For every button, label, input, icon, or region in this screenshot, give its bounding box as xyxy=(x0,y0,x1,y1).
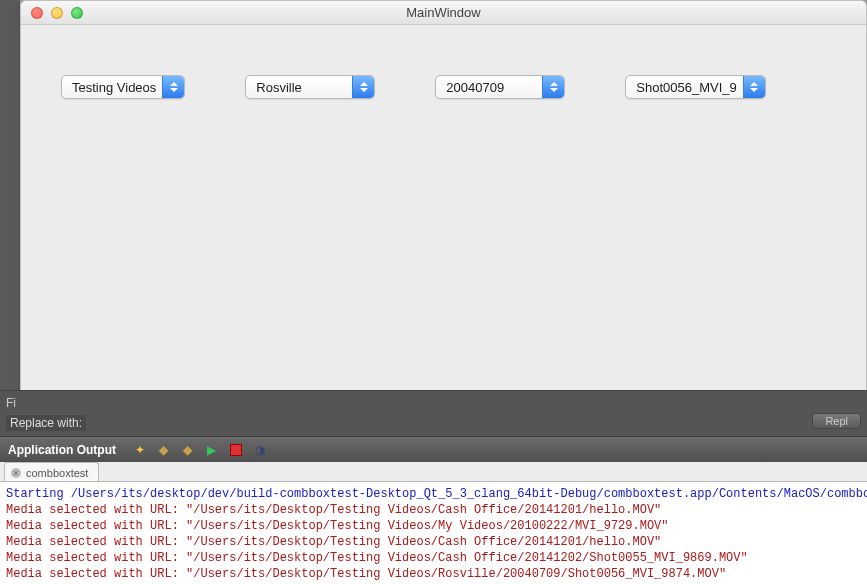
main-window: MainWindow Testing Videos Rosville 20040… xyxy=(20,0,867,408)
output-title: Application Output xyxy=(8,443,116,457)
console-line: Media selected with URL: "/Users/its/Des… xyxy=(6,502,861,518)
prev-icon[interactable]: ◆ xyxy=(156,442,172,458)
tab-combboxtest[interactable]: × combboxtest xyxy=(4,462,99,481)
console-line: Media selected with URL: "/Users/its/Des… xyxy=(6,550,861,566)
combo-date[interactable]: 20040709 xyxy=(435,75,565,99)
combo-value: Shot0056_MVI_9 xyxy=(636,80,736,95)
combo-shot[interactable]: Shot0056_MVI_9 xyxy=(625,75,765,99)
chevron-updown-icon[interactable] xyxy=(352,76,374,98)
find-replace-panel: Fi Replace with: Repl xyxy=(0,390,867,436)
traffic-lights xyxy=(21,7,83,19)
clear-icon[interactable]: ✦ xyxy=(132,442,148,458)
find-label: Fi xyxy=(6,396,16,410)
debug-icon[interactable]: ◑ xyxy=(252,442,268,458)
next-icon[interactable]: ◆ xyxy=(180,442,196,458)
combo-testing-videos[interactable]: Testing Videos xyxy=(61,75,185,99)
window-title: MainWindow xyxy=(21,5,866,20)
console-line: Media selected with URL: "/Users/its/Des… xyxy=(6,518,861,534)
console-output[interactable]: Starting /Users/its/desktop/dev/build-co… xyxy=(0,482,867,584)
combo-value: Rosville xyxy=(256,80,302,95)
console-line: Media selected with URL: "/Users/its/Des… xyxy=(6,534,861,550)
chevron-updown-icon[interactable] xyxy=(542,76,564,98)
close-icon[interactable]: × xyxy=(11,468,21,478)
combo-value: Testing Videos xyxy=(72,80,156,95)
chevron-updown-icon[interactable] xyxy=(743,76,765,98)
output-toolbar: ✦ ◆ ◆ ▶ ◑ xyxy=(132,442,268,458)
run-icon[interactable]: ▶ xyxy=(204,442,220,458)
stop-icon[interactable] xyxy=(228,442,244,458)
close-icon[interactable] xyxy=(31,7,43,19)
maximize-icon[interactable] xyxy=(71,7,83,19)
console-line: Media selected with URL: "/Users/its/Des… xyxy=(6,566,861,582)
titlebar[interactable]: MainWindow xyxy=(21,1,866,25)
chevron-updown-icon[interactable] xyxy=(162,76,184,98)
ide-left-strip xyxy=(0,0,20,390)
combo-value: 20040709 xyxy=(446,80,504,95)
replace-button[interactable]: Repl xyxy=(812,413,861,429)
console-line: Starting /Users/its/desktop/dev/build-co… xyxy=(6,486,861,502)
output-header: Application Output ✦ ◆ ◆ ▶ ◑ xyxy=(0,436,867,462)
replace-label: Replace with: xyxy=(6,415,86,431)
window-body: Testing Videos Rosville 20040709 Shot005… xyxy=(21,25,866,149)
minimize-icon[interactable] xyxy=(51,7,63,19)
tab-label: combboxtest xyxy=(26,467,88,479)
output-tabs: × combboxtest xyxy=(0,462,867,482)
combo-rosville[interactable]: Rosville xyxy=(245,75,375,99)
